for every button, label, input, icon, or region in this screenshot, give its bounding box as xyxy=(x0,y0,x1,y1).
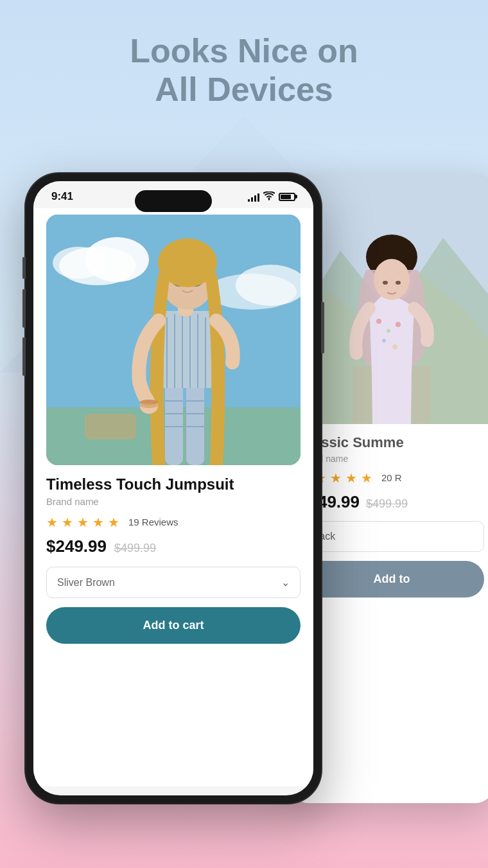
status-time: 9:41 xyxy=(51,190,73,203)
signal-icon xyxy=(248,191,259,202)
price-original: $499.99 xyxy=(114,542,156,555)
product-brand: Brand name xyxy=(46,496,301,507)
dynamic-island xyxy=(135,190,212,212)
chevron-down-icon: ⌄ xyxy=(281,576,290,589)
second-rating-row: ★ ★ ★ ★ ★ 20 R xyxy=(299,470,484,484)
second-price-row: $249.99 $499.99 xyxy=(299,492,484,512)
hero-title-line2: All Devices xyxy=(155,71,333,108)
svg-rect-23 xyxy=(186,382,204,465)
star-4: ★ xyxy=(345,470,360,484)
product-image-container xyxy=(46,215,301,465)
signal-bar-1 xyxy=(248,199,250,202)
star-3: ★ xyxy=(330,470,344,484)
product-image-bg xyxy=(46,215,301,465)
signal-bar-4 xyxy=(257,193,259,202)
star-1: ★ xyxy=(46,515,60,529)
product-title: Timeless Touch Jumpsuit xyxy=(46,475,301,493)
color-select-value: Sliver Brown xyxy=(57,577,115,589)
svg-point-47 xyxy=(140,403,158,408)
svg-rect-21 xyxy=(85,414,136,439)
rating-row: ★ ★ ★ ★ ★ 19 Reviews xyxy=(46,515,301,529)
price-row: $249.99 $499.99 xyxy=(46,536,301,556)
second-product-title: Classic Summe xyxy=(299,434,484,451)
hero-title: Looks Nice on All Devices xyxy=(0,32,488,109)
star-2: ★ xyxy=(62,515,76,529)
phone-volume-up-button xyxy=(22,289,26,328)
star-3: ★ xyxy=(77,515,91,529)
product-image-svg xyxy=(46,215,301,465)
svg-rect-22 xyxy=(165,382,183,465)
second-color-select[interactable]: Black xyxy=(299,521,484,552)
phone-mute-button xyxy=(22,257,26,279)
hero-title-line1: Looks Nice on xyxy=(130,32,358,69)
svg-point-13 xyxy=(396,281,401,285)
svg-point-17 xyxy=(53,247,104,279)
svg-point-7 xyxy=(387,329,390,333)
second-price-original: $499.99 xyxy=(366,497,408,511)
svg-point-10 xyxy=(392,344,397,350)
svg-point-12 xyxy=(383,281,388,285)
phone-screen: 9:41 xyxy=(33,181,313,795)
phone-mockup: 9:41 xyxy=(26,173,321,803)
signal-bar-2 xyxy=(251,197,253,202)
status-icons xyxy=(248,191,295,202)
star-half: ★ xyxy=(361,470,375,484)
star-4: ★ xyxy=(92,515,107,529)
second-product-brand: Brand name xyxy=(299,454,484,464)
add-to-cart-button[interactable]: Add to cart xyxy=(46,607,301,644)
second-add-to-cart-button[interactable]: Add to xyxy=(299,561,484,598)
signal-bar-3 xyxy=(254,195,256,202)
second-review-count: 20 R xyxy=(381,472,402,483)
phone-frame: 9:41 xyxy=(26,173,321,803)
price-current: $249.99 xyxy=(46,536,107,556)
color-select-dropdown[interactable]: Sliver Brown ⌄ xyxy=(46,567,301,598)
phone-volume-down-button xyxy=(22,337,26,376)
battery-icon xyxy=(279,193,295,201)
battery-fill xyxy=(281,195,291,199)
wifi-icon xyxy=(263,191,275,202)
stars: ★ ★ ★ ★ ★ xyxy=(46,515,122,529)
svg-point-9 xyxy=(382,339,386,342)
star-5: ★ xyxy=(108,515,122,529)
review-count: 19 Reviews xyxy=(128,517,179,527)
svg-point-8 xyxy=(396,322,401,327)
svg-point-6 xyxy=(376,319,381,324)
phone-power-button xyxy=(321,302,324,353)
phone-content-area: Timeless Touch Jumpsuit Brand name ★ ★ ★… xyxy=(33,208,313,786)
